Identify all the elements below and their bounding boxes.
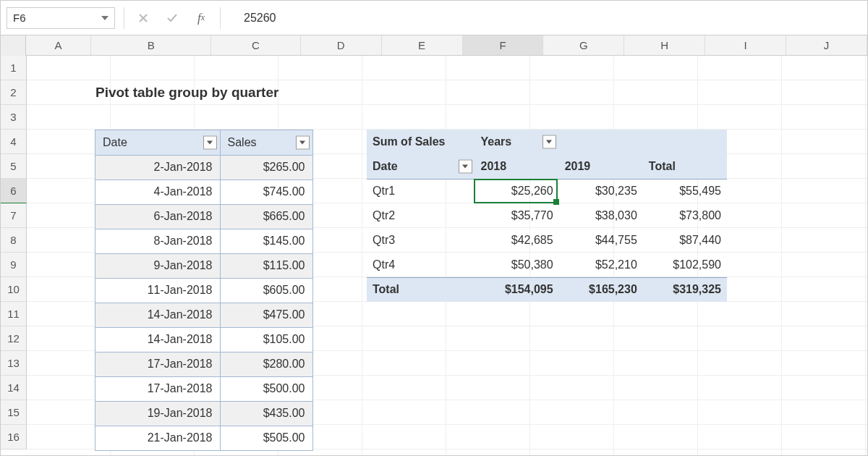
formula-input[interactable]: 25260 bbox=[229, 12, 861, 25]
cell-date[interactable]: 6-Jan-2018 bbox=[95, 204, 220, 229]
pivot-value[interactable]: $50,380 bbox=[475, 253, 559, 277]
cell-date[interactable]: 21-Jan-2018 bbox=[95, 426, 220, 450]
pivot-grand-value[interactable]: $154,095 bbox=[475, 277, 559, 302]
pivot-col-label[interactable]: 2018 bbox=[475, 154, 559, 179]
name-box[interactable]: F6 bbox=[7, 7, 115, 29]
filter-button[interactable] bbox=[542, 135, 556, 149]
cell-sales[interactable]: $435.00 bbox=[220, 401, 312, 426]
column-header[interactable]: E bbox=[382, 35, 463, 55]
pivot-col-field[interactable]: Years bbox=[475, 130, 559, 154]
row-header[interactable]: 7 bbox=[1, 203, 27, 228]
table-row: 9-Jan-2018$115.00 bbox=[95, 253, 312, 278]
row-header[interactable]: 15 bbox=[1, 400, 27, 425]
filter-button[interactable] bbox=[296, 135, 310, 149]
pivot-row-label[interactable]: Qtr1 bbox=[367, 179, 475, 203]
pivot-row-label[interactable]: Qtr3 bbox=[367, 228, 475, 253]
cell-sales[interactable]: $265.00 bbox=[220, 155, 312, 180]
cell-date[interactable]: 19-Jan-2018 bbox=[95, 401, 220, 426]
fx-icon[interactable]: fx bbox=[191, 8, 211, 28]
column-header[interactable]: A bbox=[26, 35, 92, 55]
pivot-value[interactable]: $44,755 bbox=[559, 228, 643, 253]
row-header[interactable]: 14 bbox=[1, 376, 27, 400]
pivot-grand-label[interactable]: Total bbox=[367, 277, 475, 302]
table-row: 14-Jan-2018$105.00 bbox=[95, 327, 312, 352]
row-header[interactable]: 6 bbox=[1, 179, 27, 203]
table-row: 2-Jan-2018$265.00 bbox=[95, 155, 312, 180]
cell-sales[interactable]: $105.00 bbox=[220, 327, 312, 352]
pivot-row-field[interactable]: Date bbox=[367, 154, 475, 179]
column-header[interactable]: C bbox=[211, 35, 300, 55]
pivot-value[interactable]: $25,260 bbox=[475, 179, 559, 203]
column-header[interactable]: D bbox=[301, 35, 382, 55]
cell-sales[interactable]: $745.00 bbox=[220, 180, 312, 204]
pivot-row-total[interactable]: $87,440 bbox=[643, 228, 727, 253]
row-header[interactable]: 16 bbox=[1, 425, 27, 449]
row-header[interactable]: 1 bbox=[1, 56, 27, 80]
cell-sales[interactable]: $605.00 bbox=[220, 278, 312, 303]
row-header[interactable]: 13 bbox=[1, 351, 27, 376]
row-header[interactable]: 11 bbox=[1, 302, 27, 326]
pivot-row-total[interactable]: $73,800 bbox=[643, 203, 727, 228]
cell-date[interactable]: 9-Jan-2018 bbox=[95, 253, 220, 278]
column-header[interactable]: J bbox=[786, 35, 867, 55]
check-icon[interactable] bbox=[162, 8, 182, 28]
pivot-row-total[interactable]: $102,590 bbox=[643, 253, 727, 277]
cell-sales[interactable]: $500.00 bbox=[220, 376, 312, 401]
pivot-grand-total[interactable]: $319,325 bbox=[643, 277, 727, 302]
select-all-corner[interactable] bbox=[1, 35, 26, 56]
cell-sales[interactable]: $475.00 bbox=[220, 303, 312, 327]
cell-sales[interactable]: $665.00 bbox=[220, 204, 312, 229]
pivot-row-label[interactable]: Qtr2 bbox=[367, 203, 475, 228]
cell-date[interactable]: 4-Jan-2018 bbox=[95, 180, 220, 204]
filter-button[interactable] bbox=[203, 135, 217, 149]
pivot-grand-value[interactable]: $165,230 bbox=[559, 277, 643, 302]
column-header[interactable]: F bbox=[463, 35, 544, 55]
table-row: 11-Jan-2018$605.00 bbox=[95, 278, 312, 303]
cell-sales[interactable]: $505.00 bbox=[220, 426, 312, 450]
cell-date[interactable]: 8-Jan-2018 bbox=[95, 229, 220, 253]
pivot-value[interactable]: $30,235 bbox=[559, 179, 643, 203]
column-header[interactable]: I bbox=[705, 35, 786, 55]
cell-sales[interactable]: $115.00 bbox=[220, 253, 312, 278]
pivot-row: Qtr4$50,380$52,210$102,590 bbox=[367, 253, 727, 277]
column-header[interactable]: G bbox=[543, 35, 624, 55]
pivot-row-total[interactable]: $55,495 bbox=[643, 179, 727, 203]
pivot-col-label[interactable]: 2019 bbox=[559, 154, 643, 179]
pivot-measure-label[interactable]: Sum of Sales bbox=[367, 130, 475, 154]
table-row: 14-Jan-2018$475.00 bbox=[95, 303, 312, 327]
row-header[interactable]: 3 bbox=[1, 105, 27, 130]
row-header[interactable]: 8 bbox=[1, 228, 27, 253]
row-header[interactable]: 12 bbox=[1, 326, 27, 351]
pivot-row-label[interactable]: Qtr4 bbox=[367, 253, 475, 277]
cell-sales[interactable]: $280.00 bbox=[220, 352, 312, 376]
column-header[interactable]: B bbox=[91, 35, 211, 55]
row-header[interactable]: 4 bbox=[1, 130, 27, 154]
pivot-value[interactable]: $42,685 bbox=[475, 228, 559, 253]
table-row: 6-Jan-2018$665.00 bbox=[95, 204, 312, 229]
pivot-row: Qtr3$42,685$44,755$87,440 bbox=[367, 228, 727, 253]
cell-date[interactable]: 2-Jan-2018 bbox=[95, 155, 220, 180]
cell-date[interactable]: 17-Jan-2018 bbox=[95, 376, 220, 401]
column-header-label: Sales bbox=[228, 136, 257, 148]
cell-date[interactable]: 17-Jan-2018 bbox=[95, 352, 220, 376]
cell-sales[interactable]: $145.00 bbox=[220, 229, 312, 253]
cells-area[interactable]: Pivot table group by quarter Date Sales bbox=[27, 56, 867, 455]
table-row: 19-Jan-2018$435.00 bbox=[95, 401, 312, 426]
cell-date[interactable]: 14-Jan-2018 bbox=[95, 327, 220, 352]
cell-date[interactable]: 11-Jan-2018 bbox=[95, 278, 220, 303]
column-header-date[interactable]: Date bbox=[95, 130, 220, 155]
column-header[interactable]: H bbox=[624, 35, 705, 55]
row-header[interactable]: 10 bbox=[1, 277, 27, 302]
filter-button[interactable] bbox=[459, 159, 472, 173]
row-header[interactable]: 2 bbox=[1, 80, 27, 105]
row-header[interactable]: 5 bbox=[1, 154, 27, 179]
pivot-value[interactable]: $52,210 bbox=[559, 253, 643, 277]
cell-date[interactable]: 14-Jan-2018 bbox=[95, 303, 220, 327]
cancel-icon[interactable] bbox=[133, 8, 153, 28]
row-header[interactable]: 9 bbox=[1, 253, 27, 277]
pivot-value[interactable]: $35,770 bbox=[475, 203, 559, 228]
pivot-col-label[interactable]: Total bbox=[643, 154, 727, 179]
source-data-table: Date Sales 2-Jan-2018$265.004-Jan-2018$7… bbox=[95, 130, 313, 451]
column-header-sales[interactable]: Sales bbox=[220, 130, 312, 155]
pivot-value[interactable]: $38,030 bbox=[559, 203, 643, 228]
